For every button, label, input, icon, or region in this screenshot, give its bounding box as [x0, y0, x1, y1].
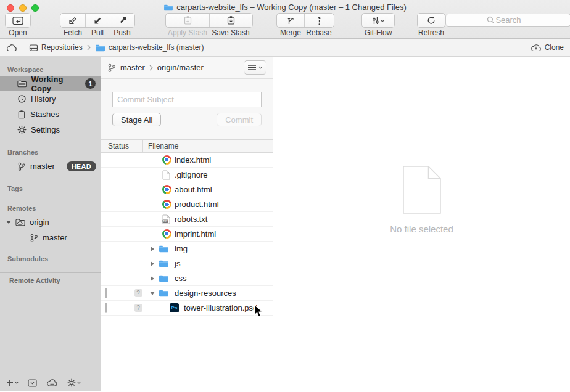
stage-checkbox[interactable]: [105, 288, 107, 298]
stage-checkbox[interactable]: [105, 303, 107, 313]
table-row[interactable]: about.html: [101, 182, 273, 197]
svg-text:TXT: TXT: [163, 220, 168, 223]
refresh-button-face[interactable]: [418, 14, 445, 27]
breadcrumb-repo-label: carparts-website_lfs (master): [109, 43, 204, 52]
clone-button[interactable]: Clone: [531, 43, 564, 52]
add-button[interactable]: [6, 379, 19, 386]
sync-button-group: Fetch Pull Push: [60, 13, 135, 37]
filename: tower-illustration.psd: [184, 303, 257, 312]
table-row[interactable]: .gitignore: [101, 168, 273, 182]
actions-gear-button[interactable]: [67, 378, 81, 387]
filename: js: [175, 259, 180, 268]
table-row[interactable]: img: [101, 242, 273, 256]
chevron-down-icon: [258, 66, 263, 69]
view-options-button[interactable]: [244, 60, 266, 75]
push-button[interactable]: [110, 14, 134, 27]
table-row[interactable]: ? design-resources: [101, 286, 273, 301]
column-filename[interactable]: Filename: [143, 142, 178, 150]
sidebar-section-remotes: Remotes: [0, 202, 101, 214]
folder-icon: [95, 44, 105, 52]
table-row[interactable]: js: [101, 256, 273, 271]
refresh-button[interactable]: Refresh: [417, 13, 445, 37]
breadcrumb-repositories[interactable]: Repositories: [29, 43, 83, 52]
rebase-icon: [315, 15, 324, 25]
remote-origin-label: origin: [30, 218, 49, 227]
pull-button[interactable]: [85, 14, 110, 27]
chevron-right-icon: [149, 65, 153, 71]
branch-icon: [17, 162, 26, 171]
sidebar-divider: [0, 272, 101, 273]
open-button-face[interactable]: [6, 14, 30, 27]
merge-button[interactable]: [277, 14, 304, 27]
apply-stash-button[interactable]: [166, 14, 209, 27]
table-row[interactable]: product.html: [101, 197, 273, 212]
disclosure-expanded-icon[interactable]: [150, 292, 155, 295]
table-row[interactable]: imprint.html: [101, 227, 273, 242]
head-badge: HEAD: [67, 161, 96, 171]
branch-master-label: master: [30, 161, 55, 171]
folder-icon: [163, 4, 173, 11]
collapse-panel-button[interactable]: [28, 379, 37, 387]
remote-master-label: master: [43, 233, 67, 242]
filename: index.html: [175, 155, 211, 165]
file-table-header: Status Filename: [101, 139, 273, 153]
sidebar-item-remote-origin[interactable]: origin: [0, 214, 101, 230]
filename: img: [175, 244, 188, 253]
remotes-cloud-button[interactable]: [6, 44, 17, 52]
sidebar-item-branch-master[interactable]: master HEAD: [0, 158, 101, 174]
table-row[interactable]: index.html: [101, 153, 273, 168]
open-button[interactable]: Open: [5, 13, 31, 37]
table-row[interactable]: css: [101, 271, 273, 286]
commit-button[interactable]: Commit: [217, 113, 262, 126]
rebase-label: Rebase: [304, 28, 334, 37]
branch-header: master origin/master: [101, 57, 273, 79]
sidebar-item-working-copy[interactable]: Working Copy 1: [0, 76, 101, 91]
breadcrumb: Repositories carparts-website_lfs (maste…: [0, 39, 570, 57]
open-icon: [12, 16, 23, 25]
stage-all-button[interactable]: Stage All: [112, 113, 161, 126]
save-stash-button[interactable]: [209, 14, 252, 27]
refresh-label: Refresh: [418, 28, 445, 37]
table-row[interactable]: ? Ps tower-illustration.psd: [101, 301, 273, 316]
sidebar-item-stashes[interactable]: Stashes: [0, 107, 101, 122]
txt-file-icon: TXT: [162, 214, 170, 224]
save-stash-label: Save Stash: [209, 28, 252, 37]
titlebar: carparts-website_lfs – Working Copy (mas…: [0, 0, 570, 39]
disclosure-expanded-icon[interactable]: [6, 221, 11, 224]
disclosure-collapsed-icon[interactable]: [151, 276, 154, 281]
search-container: [445, 14, 570, 27]
sidebar-item-remote-master[interactable]: master: [0, 230, 101, 245]
filename: product.html: [175, 200, 219, 209]
clone-cloud-icon: [531, 44, 542, 52]
settings-gear-icon: [17, 125, 27, 134]
search-icon: [487, 16, 495, 24]
sidebar-section-tags: Tags: [0, 182, 101, 195]
git-flow-button[interactable]: Git-Flow: [361, 13, 395, 37]
sidebar-item-settings[interactable]: Settings: [0, 122, 101, 137]
apply-stash-icon: [183, 15, 192, 25]
fetch-label: Fetch: [60, 28, 85, 37]
upstream-branch[interactable]: origin/master: [157, 63, 204, 72]
commit-subject-input[interactable]: [112, 92, 262, 107]
apply-stash-label: Apply Stash: [166, 28, 209, 37]
disclosure-collapsed-icon[interactable]: [151, 261, 154, 266]
chevron-down-icon: [380, 19, 385, 22]
fetch-button[interactable]: [60, 14, 85, 27]
git-flow-button-face[interactable]: [362, 14, 394, 27]
sidebar-item-history[interactable]: History: [0, 91, 101, 107]
table-row[interactable]: TXT robots.txt: [101, 212, 273, 227]
gear-icon: [67, 378, 76, 387]
current-branch[interactable]: master: [120, 63, 145, 72]
cloud-button[interactable]: [46, 378, 58, 387]
breadcrumb-current-repo[interactable]: carparts-website_lfs (master): [95, 43, 204, 52]
sidebar-bottom-toolbar: [6, 378, 81, 387]
folder-icon: [159, 274, 169, 282]
rebase-button[interactable]: [304, 14, 334, 27]
settings-label: Settings: [31, 125, 60, 134]
column-status[interactable]: Status: [101, 140, 143, 152]
status-badge: ?: [134, 289, 142, 297]
folder-icon: [159, 259, 169, 267]
search-input[interactable]: [445, 14, 570, 27]
filename: design-resources: [175, 288, 236, 298]
disclosure-collapsed-icon[interactable]: [151, 247, 154, 251]
